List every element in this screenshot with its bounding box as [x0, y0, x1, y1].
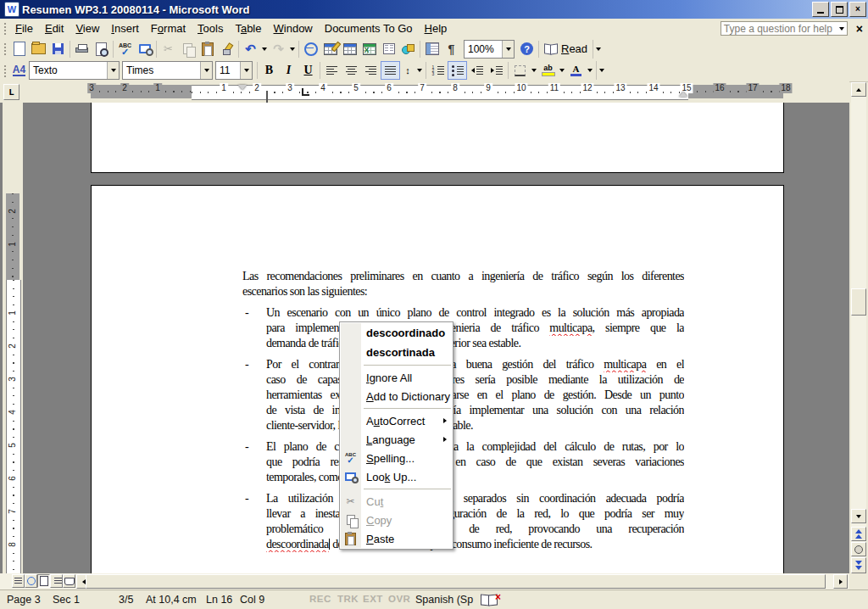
menu-edit[interactable]: Edit — [39, 20, 70, 37]
context-menu-item-descortinada[interactable]: descortinada — [340, 343, 453, 362]
menu-tools[interactable]: Tools — [192, 20, 229, 37]
vertical-scrollbar[interactable] — [851, 82, 866, 573]
toolbar-options-button[interactable] — [596, 61, 607, 80]
print-layout-view-button[interactable] — [37, 574, 50, 588]
justify-button[interactable] — [381, 61, 400, 80]
menu-documents-to-go[interactable]: Documents To Go — [319, 20, 419, 37]
numbering-button[interactable]: 1 2 3 — [428, 61, 448, 80]
highlight-button[interactable]: ab — [538, 61, 558, 80]
save-button[interactable] — [48, 40, 68, 59]
format-painter-button[interactable] — [217, 40, 236, 59]
menu-view[interactable]: View — [70, 20, 105, 37]
normal-view-button[interactable] — [12, 574, 25, 588]
restore-button[interactable] — [831, 2, 848, 17]
language-status[interactable]: Spanish (Sp — [415, 594, 473, 606]
open-button[interactable] — [29, 40, 48, 59]
toolbar-grip[interactable] — [3, 42, 7, 56]
print-button[interactable] — [72, 40, 92, 59]
spelling-grammar-button[interactable]: ABC✓ — [115, 40, 135, 59]
menu-file[interactable]: File — [9, 20, 39, 37]
tables-borders-button[interactable] — [320, 40, 340, 59]
reading-layout-button[interactable] — [63, 574, 75, 588]
status-indicator-ext[interactable]: EXT — [363, 594, 383, 604]
italic-button[interactable]: I — [279, 61, 298, 80]
misspelled-word[interactable]: multicapa — [549, 321, 592, 334]
scroll-down-button[interactable] — [851, 509, 866, 523]
chevron-down-icon[interactable] — [502, 41, 514, 58]
help-question-box[interactable]: Type a question for help — [721, 21, 848, 36]
research-button[interactable] — [135, 40, 154, 59]
page-previous[interactable] — [91, 103, 784, 173]
menu-window[interactable]: Window — [268, 20, 319, 37]
borders-dropdown[interactable] — [530, 61, 538, 80]
chevron-down-icon[interactable] — [107, 62, 119, 79]
new-document-button[interactable] — [9, 40, 29, 59]
underline-button[interactable]: U — [298, 61, 318, 80]
align-right-button[interactable] — [361, 61, 381, 80]
next-page-button[interactable] — [851, 557, 866, 573]
select-browse-object-button[interactable] — [851, 542, 866, 556]
read-button[interactable]: Read — [541, 40, 591, 59]
chevron-down-icon[interactable] — [240, 62, 252, 79]
first-line-indent-marker[interactable] — [238, 85, 247, 90]
redo-dropdown[interactable] — [288, 40, 297, 59]
font-color-button[interactable]: A — [566, 61, 586, 80]
word-app-icon[interactable]: W — [4, 2, 19, 17]
styles-formatting-button[interactable]: A4 — [9, 61, 29, 80]
status-indicator-ovr[interactable]: OVR — [388, 594, 410, 604]
minimize-button[interactable] — [812, 2, 829, 17]
close-button[interactable]: × — [849, 2, 866, 17]
line-spacing-dropdown[interactable] — [415, 61, 424, 80]
vertical-scroll-thumb[interactable] — [851, 288, 866, 316]
context-menu-item-autocorrect[interactable]: AutoCorrect — [340, 411, 453, 430]
font-color-dropdown[interactable] — [586, 61, 594, 80]
tab-stop-marker[interactable] — [302, 88, 309, 96]
borders-button[interactable] — [510, 61, 530, 80]
status-indicator-trk[interactable]: TRK — [337, 594, 359, 604]
scroll-right-button[interactable] — [833, 574, 848, 589]
undo-button[interactable]: ↶ — [241, 40, 260, 59]
toolbar-grip[interactable] — [3, 64, 7, 78]
chevron-down-icon[interactable] — [839, 27, 844, 31]
right-indent-marker[interactable] — [679, 92, 687, 97]
menu-help[interactable]: Help — [419, 20, 453, 37]
outline-view-button[interactable] — [50, 574, 63, 588]
bold-button[interactable]: B — [259, 61, 279, 80]
font-size-combo[interactable]: 11 — [215, 61, 253, 80]
highlight-dropdown[interactable] — [558, 61, 566, 80]
misspelled-word[interactable]: multicapa — [604, 358, 646, 371]
line-spacing-button[interactable]: ↕ — [400, 61, 415, 80]
insert-excel-button[interactable] — [359, 40, 379, 59]
context-menu-item-paste[interactable]: Paste — [340, 529, 453, 548]
undo-dropdown[interactable] — [260, 40, 269, 59]
menu-format[interactable]: Format — [145, 20, 192, 37]
columns-button[interactable] — [379, 40, 398, 59]
toolbar-options-button[interactable] — [593, 40, 604, 59]
web-layout-view-button[interactable] — [25, 574, 37, 588]
context-menu-item-spelling[interactable]: ABC✓Spelling... — [340, 449, 453, 467]
spelling-status-icon[interactable]: × — [481, 593, 498, 606]
show-hide-marks-button[interactable]: ¶ — [442, 40, 461, 59]
align-center-button[interactable] — [342, 61, 361, 80]
context-menu-item-look-up[interactable]: Look Up... — [340, 467, 453, 486]
horizontal-scroll-thumb[interactable] — [86, 574, 826, 589]
zoom-combo[interactable]: 100% — [464, 40, 515, 59]
insert-table-button[interactable] — [340, 40, 359, 59]
paste-button[interactable] — [198, 40, 217, 59]
context-menu-item-language[interactable]: Language — [340, 430, 453, 449]
misspelled-word[interactable]: descoordinada — [266, 538, 329, 550]
menu-insert[interactable]: Insert — [105, 20, 145, 37]
document-map-button[interactable] — [422, 40, 442, 59]
print-preview-button[interactable] — [92, 40, 111, 59]
previous-page-button[interactable] — [851, 527, 866, 541]
insert-hyperlink-button[interactable] — [301, 40, 320, 59]
menu-table[interactable]: Table — [229, 20, 267, 37]
context-menu-item-ignore-all[interactable]: Ignore All — [340, 368, 453, 387]
context-menu-item-descoordinado[interactable]: descoordinado — [340, 323, 453, 343]
close-document-icon[interactable]: × — [856, 22, 863, 36]
increase-indent-button[interactable] — [487, 61, 506, 80]
help-button[interactable]: ? — [517, 40, 537, 59]
status-indicator-rec[interactable]: REC — [309, 594, 331, 604]
tab-selector-button[interactable]: L — [3, 84, 19, 100]
document-text[interactable]: Las recomendaciones preliminares en cuan… — [242, 269, 684, 558]
